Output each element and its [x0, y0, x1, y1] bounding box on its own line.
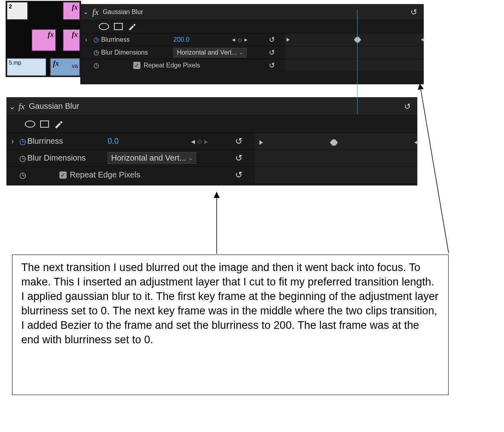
screenshot-2: ⌄ fx Gaussian Blur ↺ › ◷ Blurriness 0.0 …	[6, 97, 417, 185]
keyframe-marker[interactable]	[286, 37, 292, 43]
reset-property-button[interactable]: ↺	[269, 35, 275, 44]
reset-property-button[interactable]: ↺	[235, 136, 242, 147]
timeline-clip[interactable]: fx	[31, 29, 56, 51]
blur-dimensions-dropdown[interactable]: Horizontal and Vert... ⌄	[108, 152, 196, 164]
keyframe-navigator: ◂ ◇ ▸	[232, 36, 248, 43]
blurriness-value[interactable]: 0.0	[108, 137, 152, 146]
fx-badge-icon: fx	[48, 31, 54, 39]
next-keyframe-icon[interactable]: ▸	[204, 137, 208, 146]
stopwatch-icon[interactable]: ◷	[18, 137, 27, 146]
effect-controls-panel: ⌄ fx Gaussian Blur ↺ › ◷ Blurriness 0.0 …	[6, 97, 417, 185]
property-label: Blur Dimensions	[27, 153, 108, 163]
reset-property-button[interactable]: ↺	[235, 170, 242, 180]
property-label: Blurriness	[27, 137, 108, 146]
annotation-textbox: The next transition I used blurred out t…	[12, 255, 449, 395]
fx-icon: fx	[92, 7, 99, 17]
add-keyframe-icon[interactable]: ◇	[238, 37, 242, 43]
stopwatch-icon[interactable]: ◷	[91, 61, 101, 69]
clip-filename: 5.mp	[9, 59, 21, 66]
property-row-repeat-edge: ◷ ✓ Repeat Edge Pixels ↺	[80, 59, 424, 71]
effect-header[interactable]: ⌄ fx Gaussian Blur ↺	[6, 97, 417, 116]
effect-name: Gaussian Blur	[103, 8, 143, 16]
checkbox-label: Repeat Edge Pixels	[70, 170, 140, 179]
keyframe-track[interactable]	[255, 150, 417, 166]
stopwatch-icon[interactable]: ◷	[91, 49, 101, 56]
fx-icon: fx	[18, 101, 25, 112]
blur-dimensions-dropdown[interactable]: Horizontal and Vert... ⌄	[173, 48, 247, 57]
fx-badge-icon: fx	[72, 31, 78, 39]
mask-tools-row	[6, 116, 417, 132]
svg-line-1	[420, 84, 449, 253]
prev-keyframe-icon[interactable]: ◂	[191, 137, 195, 146]
track-number: 2	[9, 3, 12, 10]
timeline-clip[interactable]: fx	[63, 29, 80, 51]
keyframe-marker[interactable]	[413, 139, 419, 144]
keyframe-track[interactable]	[285, 46, 424, 59]
reset-effect-button[interactable]: ↺	[408, 7, 420, 17]
mask-tools-row	[80, 20, 424, 33]
repeat-edge-checkbox[interactable]: ✓	[133, 62, 140, 69]
chevron-down-icon: ⌄	[239, 50, 243, 55]
property-row-blurriness: › ◷ Blurriness 200.0 ◂ ◇ ▸ ↺	[80, 33, 424, 46]
chevron-down-icon[interactable]: ⌄	[83, 8, 88, 16]
chevron-down-icon[interactable]: ⌄	[9, 102, 14, 111]
reset-property-button[interactable]: ↺	[269, 48, 275, 57]
property-row-blur-dimensions: ◷ Blur Dimensions Horizontal and Vert...…	[6, 149, 417, 166]
property-row-repeat-edge: ◷ ✓ Repeat Edge Pixels ↺	[6, 166, 417, 183]
fx-badge-icon: fx	[72, 3, 78, 12]
add-keyframe-icon[interactable]: ◇	[197, 138, 202, 145]
property-label: Blur Dimensions	[101, 49, 173, 56]
timeline-clip[interactable]: 5.mp	[6, 58, 47, 76]
timeline-thumbnail: 2 fx fx fx 5.mp fx va	[6, 2, 80, 76]
reset-property-button[interactable]: ↺	[269, 61, 275, 70]
chevron-right-icon[interactable]: ›	[85, 36, 91, 43]
keyframe-track[interactable]	[255, 133, 417, 149]
dropdown-value: Horizontal and Vert...	[177, 49, 237, 56]
timeline-clip[interactable]: fx va	[50, 58, 80, 76]
effect-header[interactable]: ⌄ fx Gaussian Blur ↺	[80, 4, 424, 20]
screenshot-1: 2 fx fx fx 5.mp fx va ⌄ fx Gaussian Blur…	[6, 2, 417, 82]
playhead[interactable]	[357, 35, 358, 114]
ellipse-mask-icon[interactable]	[25, 120, 35, 128]
keyframe-marker[interactable]	[419, 37, 426, 43]
keyframe-track[interactable]	[255, 167, 417, 183]
property-row-blurriness: › ◷ Blurriness 0.0 ◂ ◇ ▸ ↺	[6, 132, 417, 149]
dropdown-value: Horizontal and Vert...	[111, 153, 186, 163]
track-header: 2	[6, 2, 28, 20]
chevron-down-icon: ⌄	[189, 155, 193, 161]
prev-keyframe-icon[interactable]: ◂	[232, 36, 235, 43]
clip-label: va	[72, 63, 78, 69]
ellipse-mask-icon[interactable]	[99, 23, 109, 30]
next-keyframe-icon[interactable]: ▸	[244, 36, 248, 43]
reset-property-button[interactable]: ↺	[235, 153, 242, 163]
stopwatch-icon[interactable]: ◷	[18, 170, 27, 180]
checkbox-label: Repeat Edge Pixels	[144, 62, 200, 69]
keyframe-marker[interactable]	[258, 139, 265, 144]
pen-mask-icon[interactable]	[128, 22, 136, 31]
stopwatch-icon[interactable]: ◷	[91, 36, 101, 43]
effect-controls-panel: ⌄ fx Gaussian Blur ↺ › ◷ Blurriness 200.…	[80, 4, 424, 84]
rectangle-mask-icon[interactable]	[40, 120, 49, 128]
fx-badge-icon: fx	[53, 59, 59, 68]
stopwatch-icon[interactable]: ◷	[18, 153, 27, 163]
timeline-clip[interactable]: fx	[63, 2, 80, 20]
reset-effect-button[interactable]: ↺	[402, 102, 413, 111]
annotation-text: The next transition I used blurred out t…	[21, 261, 439, 346]
keyframe-navigator: ◂ ◇ ▸	[191, 137, 208, 146]
bezier-keyframe-marker[interactable]	[330, 139, 336, 144]
property-label: Blurriness	[101, 36, 173, 43]
keyframe-track[interactable]	[285, 33, 424, 46]
effect-name: Gaussian Blur	[29, 102, 79, 111]
repeat-edge-checkbox[interactable]: ✓	[59, 171, 67, 179]
chevron-right-icon[interactable]: ›	[11, 137, 18, 146]
pen-mask-icon[interactable]	[54, 120, 63, 128]
property-row-blur-dimensions: ◷ Blur Dimensions Horizontal and Vert...…	[80, 46, 424, 59]
blurriness-value[interactable]: 200.0	[173, 36, 217, 43]
keyframe-track[interactable]	[285, 59, 424, 71]
rectangle-mask-icon[interactable]	[114, 23, 123, 30]
